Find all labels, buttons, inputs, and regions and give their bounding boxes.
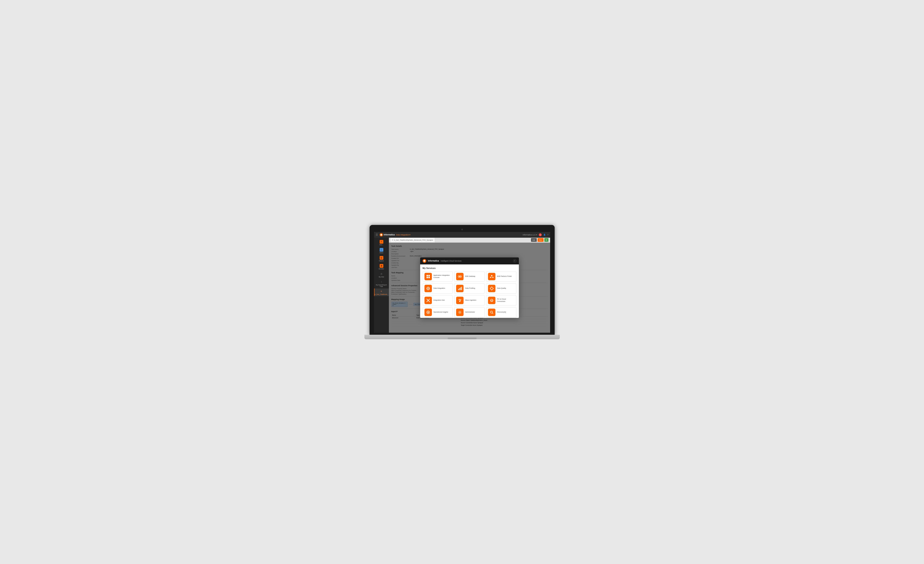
sidebar-item-bundles[interactable]: ⊞ Bundles: [374, 263, 389, 271]
b2b-gateway-icon: [456, 273, 464, 280]
svg-rect-16: [460, 288, 461, 290]
modal-header: Informatica Intelligent Cloud Services ×: [420, 257, 519, 264]
run-button[interactable]: Run: [538, 238, 543, 242]
service-discoveryiq-label: DiscoveryIQ: [497, 311, 506, 313]
services-grid: Application Integration Console: [423, 272, 516, 318]
operational-insights-icon: [424, 309, 432, 316]
svg-rect-0: [426, 275, 428, 276]
edit-button[interactable]: Edit: [531, 238, 537, 242]
app-container: ☰ Informatica Data Integration ▾ Informa…: [374, 232, 550, 333]
nav-brand-label: Informatica: [384, 234, 395, 236]
home-icon: ⌂: [380, 248, 383, 252]
sidebar-explore-label: Explore: [379, 260, 384, 261]
service-card-data-quality[interactable]: Data Quality: [486, 284, 516, 294]
service-card-discoveryiq[interactable]: DiscoveryIQ: [486, 307, 516, 318]
tab-icon: ≡: [392, 239, 393, 241]
logo-inner: [381, 234, 382, 236]
modal-close-button[interactable]: ×: [513, 259, 516, 262]
svg-point-26: [459, 312, 460, 313]
active-tab[interactable]: ≡ m_fact_TotalMonthlySales_Advanced_FDO_…: [390, 238, 435, 242]
service-card-app-integration[interactable]: Application Integration Console: [423, 272, 453, 282]
tab-actions: Edit Run ●: [531, 238, 549, 242]
service-data-profiling-label: Data Profiling: [465, 287, 475, 289]
top-nav: ☰ Informatica Data Integration ▾ Informa…: [374, 232, 550, 238]
service-card-b2b-partners[interactable]: B2B Partners Portal: [486, 272, 516, 282]
notifications-icon[interactable]: 1: [539, 233, 542, 236]
data-profiling-icon: [456, 285, 464, 292]
laptop-screen: ☰ Informatica Data Integration ▾ Informa…: [374, 232, 550, 333]
services-modal: Informatica Intelligent Cloud Services ×…: [420, 257, 519, 318]
svg-point-25: [428, 312, 429, 313]
sidebar-importexport-label: My Import/Export Logs: [375, 284, 388, 287]
tab-bar: ≡ m_fact_TotalMonthlySales_Advanced_FDO_…: [389, 238, 550, 243]
laptop-bezel: ☰ Informatica Data Integration ▾ Informa…: [369, 225, 555, 335]
sidebar-new-label: New...: [380, 244, 383, 246]
mass-ingestion-icon: [456, 297, 464, 304]
modal-subtitle: Intelligent Cloud Services: [441, 260, 462, 262]
sidebar-item-home[interactable]: ⌂ Home: [374, 247, 389, 255]
page-content: Task Details Task Name: m_fact_TotalMont…: [389, 243, 550, 333]
svg-rect-2: [426, 277, 428, 278]
svg-point-27: [490, 311, 492, 313]
active-file-icon: ≡: [380, 290, 383, 293]
svg-rect-1: [428, 275, 430, 276]
nav-right: Informatica LLC ▾ 1 👤 ?: [523, 233, 548, 236]
service-card-b2b-gateway[interactable]: B2B Gateway: [454, 272, 484, 282]
data-integration-icon: [424, 285, 432, 292]
service-pc-cloud-label: PC to Cloud Conversion: [497, 298, 514, 303]
service-administrator-label: Administrator: [465, 311, 475, 313]
explore-icon: ◎: [380, 256, 383, 260]
import-export-icon: ↕: [380, 280, 383, 284]
svg-rect-17: [461, 287, 462, 290]
svg-rect-14: [458, 289, 459, 290]
laptop-camera: [461, 229, 463, 230]
svg-point-21: [459, 301, 460, 302]
service-card-data-profiling[interactable]: Data Profiling: [454, 284, 484, 294]
nav-section-label: Data Integration ▾: [396, 234, 411, 236]
sidebar-item-explore[interactable]: ◎ Explore: [374, 255, 389, 262]
modal-logo-inner: [423, 260, 425, 262]
sidebar-item-new[interactable]: + New...: [374, 239, 389, 246]
hamburger-icon[interactable]: ☰: [376, 233, 378, 236]
integration-hub-icon: [424, 297, 432, 304]
sidebar-item-import-export[interactable]: ↕ My Import/Export Logs: [374, 279, 389, 288]
modal-overlay: Informatica Intelligent Cloud Services ×…: [389, 243, 550, 333]
sidebar: + New... ⌂ Home ◎ Explore ⊞: [374, 238, 389, 333]
svg-rect-15: [459, 288, 460, 290]
main-layout: + New... ⌂ Home ◎ Explore ⊞: [374, 238, 550, 333]
b2b-partners-icon: [488, 273, 495, 280]
nav-user-label[interactable]: Informatica LLC ▾: [523, 234, 537, 236]
service-card-operational-insights[interactable]: Operational Insights: [423, 307, 453, 318]
service-b2b-partners-label: B2B Partners Portal: [497, 275, 512, 278]
service-card-data-integration[interactable]: Data Integration: [423, 284, 453, 294]
informatica-logo: [380, 233, 383, 237]
service-card-mass-ingestion[interactable]: Mass Ingestion: [454, 295, 484, 306]
administrator-icon: [456, 309, 464, 316]
modal-body: My Services: [420, 264, 519, 318]
sidebar-bundles-label: Bundles: [379, 268, 384, 270]
service-card-integration-hub[interactable]: Integration Hub: [423, 295, 453, 306]
svg-marker-18: [490, 287, 494, 290]
tab-label: m_fact_TotalMonthlySales_Advanced_FDO_Sy…: [394, 239, 433, 241]
sidebar-myjobs-label: My Jobs: [379, 276, 384, 278]
sidebar-item-active-file[interactable]: ≡ m_Fact_TotalMonth...: [374, 288, 389, 296]
sidebar-item-myjobs[interactable]: ◷ My Jobs: [374, 271, 389, 279]
more-button[interactable]: ●: [544, 238, 549, 242]
svg-text:PC: PC: [491, 300, 493, 302]
data-quality-icon: [488, 285, 495, 292]
modal-brand: Informatica: [428, 260, 439, 262]
help-icon[interactable]: ?: [547, 234, 548, 236]
services-heading: My Services: [423, 267, 516, 269]
service-card-administrator[interactable]: Administrator: [454, 307, 484, 318]
user-icon[interactable]: 👤: [543, 234, 546, 236]
svg-rect-3: [428, 277, 430, 278]
service-operational-insights-label: Operational Insights: [434, 311, 448, 313]
laptop-base: [364, 335, 560, 339]
svg-line-28: [492, 313, 493, 314]
app-integration-icon: [424, 273, 432, 280]
new-icon: +: [380, 240, 383, 244]
service-integration-hub-label: Integration Hub: [434, 299, 445, 301]
service-card-pc-cloud[interactable]: PC PC to Cloud Conversion: [486, 295, 516, 306]
svg-point-7: [491, 275, 492, 276]
service-app-integration-label: Application Integration Console: [434, 274, 451, 279]
